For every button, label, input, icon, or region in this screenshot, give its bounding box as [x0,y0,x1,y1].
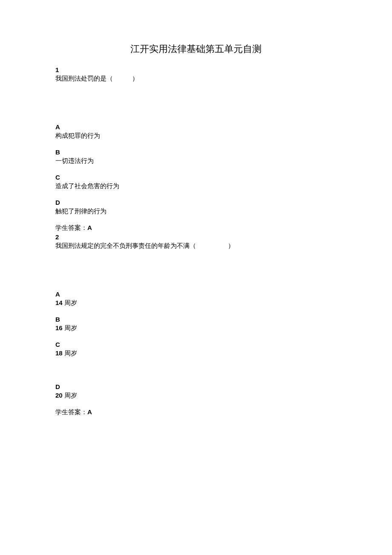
option-label: B [55,316,337,323]
option-b: B 一切违法行为 [55,148,337,165]
question-block: 1 我国刑法处罚的是（ ） A 构成犯罪的行为 B 一切违法行为 C 造成了社会… [55,66,337,232]
option-text: 触犯了刑律的行为 [55,207,337,215]
document-title: 江开实用法律基础第五单元自测 [55,43,337,55]
student-answer: 学生答案：A [55,224,337,232]
option-label: B [55,148,337,156]
option-label: C [55,174,337,181]
option-a: A 14 周岁 [55,291,337,307]
option-suffix: 周岁 [63,349,77,357]
option-number: 16 [55,324,63,331]
answer-prefix: 学生答案： [55,408,87,416]
option-text: 20 周岁 [55,392,337,400]
option-text: 构成犯罪的行为 [55,132,337,140]
option-suffix: 周岁 [63,299,77,306]
option-suffix: 周岁 [63,324,77,331]
answer-value: A [87,224,92,231]
option-c: C 造成了社会危害的行为 [55,174,337,190]
option-text: 一切违法行为 [55,157,337,165]
question-block: 2 我国刑法规定的完全不负刑事责任的年龄为不满（ ） A 14 周岁 B 16 … [55,233,337,416]
option-number: 18 [55,349,63,357]
option-d: D 20 周岁 [55,383,337,400]
option-label: D [55,383,337,390]
option-d: D 触犯了刑律的行为 [55,199,337,215]
option-label: A [55,123,337,131]
option-text: 14 周岁 [55,299,337,307]
option-b: B 16 周岁 [55,316,337,332]
student-answer: 学生答案：A [55,408,337,416]
option-number: 14 [55,299,63,306]
option-text: 16 周岁 [55,324,337,332]
option-suffix: 周岁 [63,392,77,399]
option-text: 造成了社会危害的行为 [55,182,337,190]
option-label: C [55,341,337,348]
option-label: D [55,199,337,206]
question-stem: 我国刑法处罚的是（ ） [55,75,337,83]
question-number: 1 [55,66,337,73]
question-number: 2 [55,233,337,241]
option-a: A 构成犯罪的行为 [55,123,337,140]
question-stem: 我国刑法规定的完全不负刑事责任的年龄为不满（ ） [55,242,337,250]
option-label: A [55,291,337,298]
answer-value: A [87,408,92,416]
option-number: 20 [55,392,63,399]
answer-prefix: 学生答案： [55,224,87,231]
option-c: C 18 周岁 [55,341,337,357]
option-text: 18 周岁 [55,349,337,357]
